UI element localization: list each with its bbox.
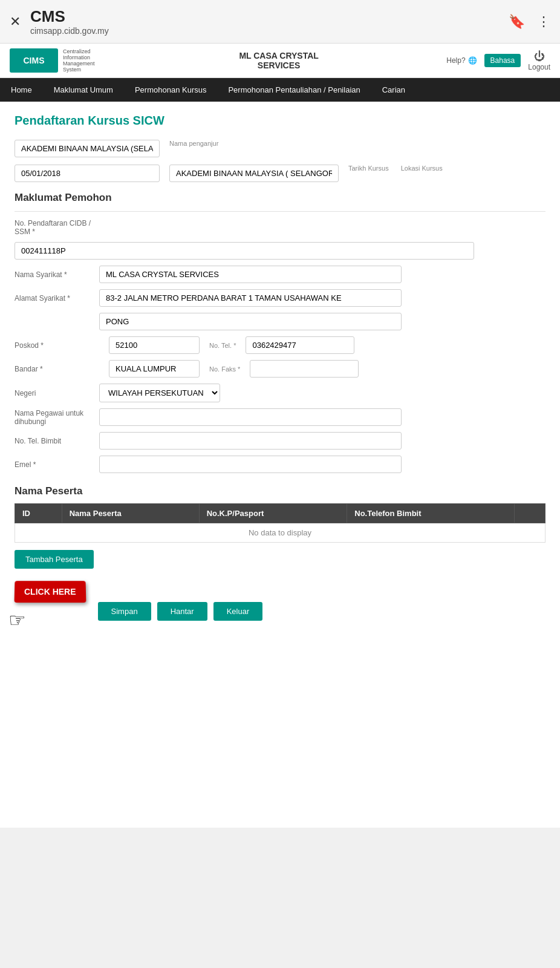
col-nama-peserta: Nama Peserta — [62, 504, 199, 523]
no-faks-label: No. Faks * — [209, 365, 240, 373]
cursor-icon: ☞ — [8, 609, 86, 632]
close-button[interactable]: ✕ — [10, 14, 21, 30]
power-icon: ⏻ — [528, 50, 550, 63]
alamat-syarikat-row: Alamat Syarikat * — [15, 289, 545, 307]
akademi-selangor-input[interactable] — [169, 165, 339, 182]
action-area: CLICK HERE ☞ Simpan Hantar Keluar — [15, 581, 545, 632]
help-label: Help? 🌐 — [446, 56, 477, 65]
poskod-label: Poskod * — [15, 341, 99, 350]
nama-pegawai-row: Nama Pegawai untuk dihubungi — [15, 408, 545, 426]
header-right: Help? 🌐 Bahasa ⏻ Logout — [446, 50, 550, 71]
nav-maklumat-umum[interactable]: Maklumat Umum — [43, 78, 124, 102]
lokasi-kursus-label: Lokasi Kursus — [401, 165, 443, 172]
col-no-kp: No.K.P/Pasport — [199, 504, 347, 523]
no-data-label: No data to display — [15, 523, 545, 543]
logo-subtitle: Centralized Information Management Syste… — [63, 48, 111, 73]
col-id: ID — [15, 504, 62, 523]
nav-home[interactable]: Home — [0, 78, 43, 102]
no-tel-bimbit-label: No. Tel. Bimbit — [15, 437, 99, 445]
action-buttons: Simpan Hantar Keluar — [98, 602, 263, 621]
bandar-input[interactable] — [109, 360, 200, 378]
logo-text: CIMS — [24, 56, 45, 65]
page-title: Pendaftaran Kursus SICW — [15, 114, 545, 128]
company-name: ML CASA CRYSTALSERVICES — [239, 51, 318, 70]
bahasa-button[interactable]: Bahasa — [484, 54, 521, 67]
no-tel-input[interactable] — [246, 336, 354, 354]
main-nav: Home Maklumat Umum Permohonan Kursus Per… — [0, 78, 560, 102]
app-logo: CIMS Centralized Information Management … — [10, 48, 111, 73]
globe-icon: 🌐 — [468, 56, 477, 65]
emel-label: Emel * — [15, 460, 99, 469]
nama-pegawai-label: Nama Pegawai untuk dihubungi — [15, 409, 99, 426]
emel-input[interactable] — [99, 456, 402, 473]
nama-syarikat-row: Nama Syarikat * — [15, 266, 545, 283]
browser-chrome: ✕ CMS cimsapp.cidb.gov.my 🔖 ⋮ — [0, 0, 560, 44]
negeri-select[interactable]: WILAYAH PERSEKUTUAN — [99, 384, 220, 402]
alamat-line2-input[interactable] — [99, 313, 402, 330]
no-pendaftaran-row: No. Pendaftaran CIDB / SSM * — [15, 219, 545, 236]
app-header: CIMS Centralized Information Management … — [0, 44, 560, 78]
peserta-table: ID Nama Peserta No.K.P/Pasport No.Telefo… — [15, 503, 545, 543]
col-action — [514, 504, 545, 523]
maklumat-section-title: Maklumat Pemohon — [15, 192, 545, 204]
peserta-section: Nama Peserta ID Nama Peserta No.K.P/Pasp… — [15, 485, 545, 569]
organizer-section: Nama penganjur — [15, 140, 545, 157]
akademi-input[interactable] — [15, 140, 160, 157]
date-input[interactable] — [15, 165, 160, 182]
click-here-wrapper: CLICK HERE ☞ — [15, 581, 86, 632]
negeri-row: Negeri WILAYAH PERSEKUTUAN — [15, 384, 545, 402]
no-faks-input[interactable] — [250, 360, 359, 378]
alamat-syarikat-label: Alamat Syarikat * — [15, 294, 99, 302]
tambah-peserta-button[interactable]: Tambah Peserta — [15, 550, 94, 569]
table-row-no-data: No data to display — [15, 523, 545, 543]
negeri-label: Negeri — [15, 389, 99, 397]
bookmark-icon[interactable]: 🔖 — [509, 14, 525, 30]
tarikh-kursus-label: Tarikh Kursus — [348, 165, 389, 172]
emel-row: Emel * — [15, 456, 545, 473]
simpan-button[interactable]: Simpan — [98, 602, 151, 621]
click-here-badge[interactable]: CLICK HERE — [15, 581, 86, 603]
browser-url: cimsapp.cidb.gov.my — [30, 26, 109, 36]
no-tel-bimbit-input[interactable] — [99, 432, 402, 450]
poskod-input[interactable] — [109, 336, 200, 354]
peserta-title: Nama Peserta — [15, 485, 545, 497]
nama-pegawai-input[interactable] — [99, 408, 402, 426]
organizer-date-row: Tarikh Kursus Lokasi Kursus — [15, 165, 545, 182]
alamat-line2-row — [15, 313, 545, 330]
nama-syarikat-label: Nama Syarikat * — [15, 270, 99, 279]
nama-syarikat-input[interactable] — [99, 266, 402, 283]
no-pendaftaran-label: No. Pendaftaran CIDB / SSM * — [15, 219, 99, 236]
nama-penganjur-label: Nama penganjur — [169, 140, 218, 147]
hantar-button[interactable]: Hantar — [157, 602, 207, 621]
no-pendaftaran-input[interactable] — [15, 242, 474, 260]
poskod-tel-row: Poskod * No. Tel. * — [15, 336, 545, 354]
no-pendaftaran-input-row — [15, 242, 545, 260]
browser-title: CMS — [30, 7, 109, 26]
no-tel-label: No. Tel. * — [209, 342, 236, 349]
logo-box: CIMS — [10, 48, 58, 73]
col-no-tel-bimbit: No.Telefon Bimbit — [347, 504, 515, 523]
bandar-faks-row: Bandar * No. Faks * — [15, 360, 545, 378]
nav-permohonan-pentauliahan[interactable]: Permohonan Pentauliahan / Penilaian — [217, 78, 371, 102]
alamat-line1-input[interactable] — [99, 289, 402, 307]
nav-permohonan-kursus[interactable]: Permohonan Kursus — [124, 78, 218, 102]
main-content: Pendaftaran Kursus SICW Nama penganjur T… — [0, 102, 560, 828]
menu-icon[interactable]: ⋮ — [537, 14, 550, 30]
bandar-label: Bandar * — [15, 365, 99, 373]
keluar-button[interactable]: Keluar — [213, 602, 263, 621]
no-tel-bimbit-row: No. Tel. Bimbit — [15, 432, 545, 450]
logout-button[interactable]: ⏻ Logout — [528, 50, 550, 71]
nav-carian[interactable]: Carian — [371, 78, 416, 102]
